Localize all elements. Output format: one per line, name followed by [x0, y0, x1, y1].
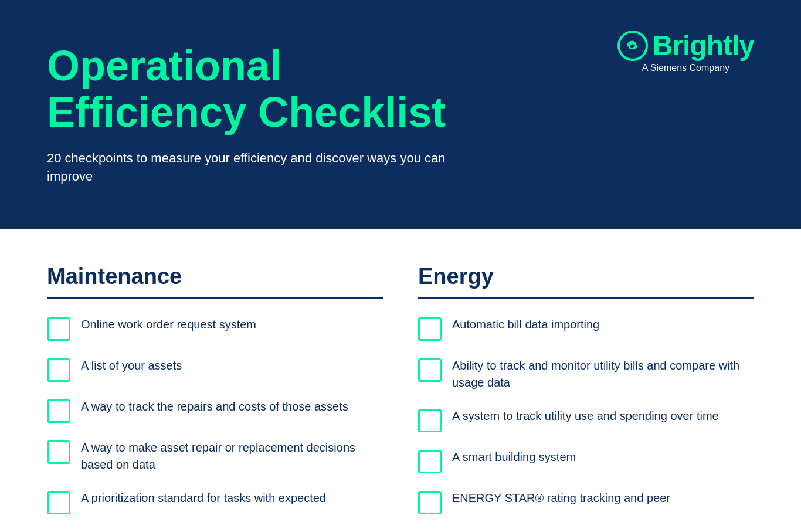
maintenance-section: Maintenance Online work order request sy…: [47, 264, 383, 514]
page-header: Operational Efficiency Checklist 20 chec…: [0, 0, 801, 229]
brightly-logo-icon: [617, 31, 648, 61]
checklist-text: A way to track the repairs and costs of …: [81, 398, 348, 415]
checklist-text: Online work order request system: [81, 316, 256, 333]
checklist-text: Ability to track and monitor utility bil…: [452, 357, 754, 391]
page-title: Operational Efficiency Checklist: [47, 43, 457, 135]
checkbox-1[interactable]: [47, 317, 70, 341]
logo-wrapper: Brightly: [617, 29, 754, 62]
logo-tagline: A Siemens Company: [642, 63, 729, 73]
checklist-text: ENERGY STAR® rating tracking and peer: [452, 490, 670, 507]
list-item: Automatic bill data importing: [418, 316, 754, 341]
checklist-text: A prioritization standard for tasks with…: [81, 490, 326, 507]
list-item: ENERGY STAR® rating tracking and peer: [418, 490, 754, 514]
title-line2: Efficiency Checklist: [47, 89, 446, 135]
energy-checklist: Automatic bill data importing Ability to…: [418, 316, 754, 514]
checklist-text: A way to make asset repair or replacemen…: [81, 439, 383, 473]
checkbox-e4[interactable]: [418, 450, 442, 473]
checkbox-4[interactable]: [47, 440, 70, 464]
list-item: A way to track the repairs and costs of …: [47, 398, 383, 423]
checkbox-e5[interactable]: [418, 491, 442, 514]
list-item: A list of your assets: [47, 357, 383, 382]
list-item: Ability to track and monitor utility bil…: [418, 357, 754, 391]
energy-divider: [418, 297, 754, 299]
maintenance-divider: [47, 297, 383, 299]
checkbox-3[interactable]: [47, 399, 70, 423]
checklist-text: A system to track utility use and spendi…: [452, 408, 719, 425]
list-item: A system to track utility use and spendi…: [418, 408, 754, 432]
checkbox-2[interactable]: [47, 358, 70, 382]
checkbox-e3[interactable]: [418, 409, 442, 432]
title-line1: Operational: [47, 42, 281, 89]
main-content: Maintenance Online work order request sy…: [0, 229, 801, 532]
checklist-text: A list of your assets: [81, 357, 182, 374]
checkbox-5[interactable]: [47, 491, 70, 514]
checkbox-e2[interactable]: [418, 358, 442, 382]
energy-section: Energy Automatic bill data importing Abi…: [418, 264, 754, 514]
logo-area: Brightly A Siemens Company: [617, 29, 754, 73]
list-item: A way to make asset repair or replacemen…: [47, 439, 383, 473]
logo-text: Brightly: [653, 29, 754, 62]
checklist-text: Automatic bill data importing: [452, 316, 599, 333]
maintenance-title: Maintenance: [47, 264, 383, 289]
svg-point-0: [619, 32, 647, 60]
maintenance-checklist: Online work order request system A list …: [47, 316, 383, 514]
list-item: Online work order request system: [47, 316, 383, 341]
energy-title: Energy: [418, 264, 754, 289]
checklist-text: A smart building system: [452, 449, 576, 466]
list-item: A prioritization standard for tasks with…: [47, 490, 383, 514]
list-item: A smart building system: [418, 449, 754, 473]
checkbox-e1[interactable]: [418, 317, 442, 341]
header-subtitle: 20 checkpoints to measure your efficienc…: [47, 150, 457, 186]
